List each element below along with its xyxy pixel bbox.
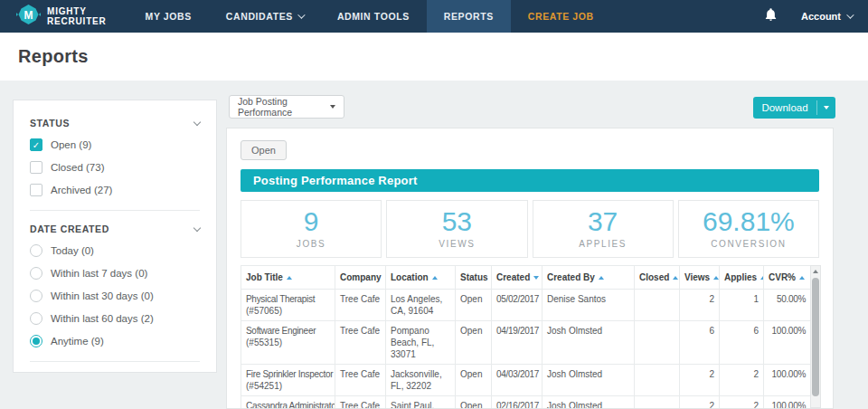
report-table-wrap: Job Title Company Location Status Create… [241, 265, 821, 408]
app-screen: M MIGHTY RECRUITER MY JOBS CANDIDATES AD… [0, 0, 868, 409]
chevron-down-icon [846, 11, 854, 18]
col-views[interactable]: Views [680, 265, 720, 289]
sort-asc-icon [760, 276, 763, 280]
table-row: Fire Sprinkler Inspector(#54251) Tree Ca… [241, 364, 811, 395]
sort-asc-icon [432, 276, 438, 280]
table-row: Cassandra Administrator(#50576) Tree Caf… [241, 395, 811, 408]
table-row: Software Engineer(#55315) Tree Cafe Pomp… [241, 320, 811, 364]
report-type-select[interactable]: Job Posting Performance [229, 95, 344, 119]
account-menu[interactable]: Account [801, 11, 852, 22]
filter-option-last-7-days[interactable]: Within last 7 days (0) [30, 267, 200, 280]
download-options-button[interactable] [817, 97, 835, 119]
checkbox-icon[interactable] [30, 161, 42, 174]
col-created-by[interactable]: Created By [542, 265, 635, 289]
filter-option-archived[interactable]: Archived (27) [30, 184, 200, 196]
brand-name: MIGHTY RECRUITER [47, 6, 107, 26]
report-table: Job Title Company Location Status Create… [241, 265, 811, 408]
filter-option-closed[interactable]: Closed (73) [30, 161, 200, 174]
scroll-up-icon[interactable] [813, 270, 818, 273]
sort-asc-icon [599, 276, 604, 280]
radio-icon[interactable] [30, 267, 42, 280]
report-panel: Open Posting Performance Report 9 JOBS 5… [226, 128, 834, 409]
col-status[interactable]: Status [456, 265, 492, 289]
caret-down-icon [330, 105, 335, 109]
chevron-down-icon [193, 224, 201, 231]
col-cvr[interactable]: CVR% [764, 265, 811, 289]
filter-option-open[interactable]: ✓ Open (9) [30, 138, 200, 151]
status-filter-chip[interactable]: Open [241, 140, 287, 160]
report-banner-title: Posting Performance Report [241, 169, 819, 192]
table-header-row: Job Title Company Location Status Create… [241, 265, 811, 289]
checkbox-checked-icon[interactable]: ✓ [30, 138, 42, 151]
brand-logo[interactable]: M MIGHTY RECRUITER [16, 4, 107, 29]
svg-text:M: M [24, 9, 33, 22]
stat-applies: 37 APPLIES [533, 200, 674, 258]
stat-views: 53 VIEWS [386, 200, 527, 258]
nav-item-reports[interactable]: REPORTS [427, 0, 511, 33]
nav-item-my-jobs[interactable]: MY JOBS [128, 0, 209, 33]
col-company[interactable]: Company [335, 265, 386, 289]
radio-icon[interactable] [30, 312, 42, 325]
sort-asc-icon [673, 276, 678, 280]
filter-option-last-30-days[interactable]: Within last 30 days (0) [30, 290, 200, 302]
col-job-title[interactable]: Job Title [241, 265, 335, 289]
top-nav: M MIGHTY RECRUITER MY JOBS CANDIDATES AD… [0, 0, 868, 33]
filter-section-status[interactable]: STATUS [30, 118, 200, 128]
filter-option-today[interactable]: Today (0) [30, 244, 200, 257]
table-row: Physical Therapist(#57065) Tree Cafe Los… [241, 289, 811, 320]
filter-option-last-60-days[interactable]: Within last 60 days (2) [30, 312, 200, 325]
stats-row: 9 JOBS 53 VIEWS 37 APPLIES 69.81% CONVER… [241, 200, 819, 258]
divider [30, 210, 200, 211]
chevron-down-icon [297, 11, 305, 18]
sort-asc-icon [713, 276, 719, 280]
stat-conversion: 69.81% CONVERSION [678, 200, 819, 258]
stat-jobs: 9 JOBS [241, 200, 382, 258]
page-title: Reports [0, 33, 868, 67]
page-header: Reports [0, 33, 868, 81]
scrollbar-thumb[interactable] [812, 278, 819, 396]
nav-item-candidates[interactable]: CANDIDATES [209, 0, 320, 33]
filters-sidebar: STATUS ✓ Open (9) Closed (73) Archived (… [13, 100, 217, 373]
chevron-down-icon [193, 118, 201, 125]
divider [30, 361, 200, 362]
col-location[interactable]: Location [386, 265, 456, 289]
sort-asc-icon [287, 276, 292, 280]
col-applies[interactable]: Applies [720, 265, 764, 289]
table-scrollbar[interactable] [810, 265, 821, 408]
bell-icon[interactable] [764, 7, 778, 25]
nav-menu: MY JOBS CANDIDATES ADMIN TOOLS REPORTS C… [128, 0, 611, 33]
col-created[interactable]: Created [492, 265, 542, 289]
radio-icon[interactable] [30, 290, 42, 302]
nav-right: Account [764, 7, 852, 25]
checkbox-icon[interactable] [30, 184, 42, 196]
sort-asc-icon [799, 276, 805, 280]
sort-desc-icon [533, 276, 539, 280]
nav-item-create-job[interactable]: CREATE JOB [511, 0, 611, 33]
radio-selected-icon[interactable] [30, 335, 42, 347]
filter-section-date-created[interactable]: DATE CREATED [30, 224, 200, 234]
col-closed[interactable]: Closed [635, 265, 680, 289]
caret-down-icon [824, 106, 829, 109]
nav-item-admin-tools[interactable]: ADMIN TOOLS [320, 0, 427, 33]
download-button-label[interactable]: Download [753, 97, 816, 119]
mightyrecruiter-logo-icon: M [16, 4, 41, 29]
radio-icon[interactable] [30, 244, 42, 257]
download-button[interactable]: Download [753, 97, 835, 119]
filter-option-anytime[interactable]: Anytime (9) [30, 335, 200, 347]
